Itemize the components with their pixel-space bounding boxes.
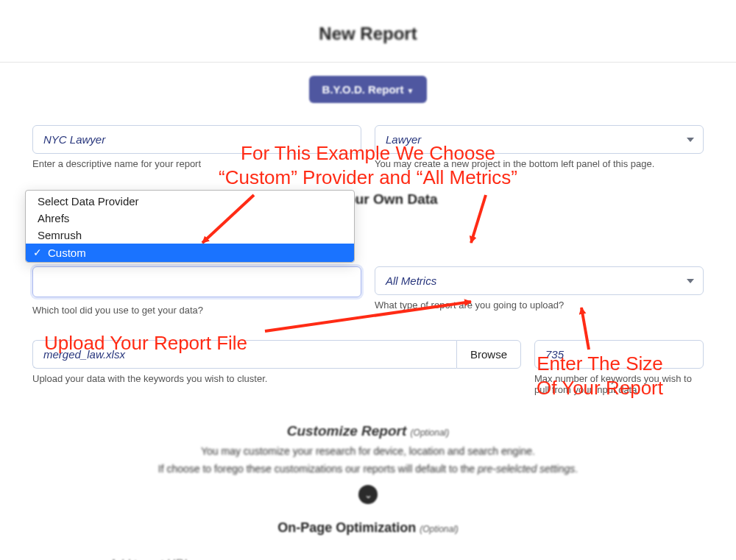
- project-helper: You may create a new project in the bott…: [375, 158, 704, 169]
- browse-button[interactable]: Browse: [456, 340, 521, 369]
- customize-heading: Customize Report (Optional): [32, 423, 704, 439]
- max-keywords-input[interactable]: 735: [534, 340, 704, 369]
- chevron-down-icon: ⌄: [364, 489, 372, 500]
- data-provider-select[interactable]: [32, 266, 361, 297]
- file-upload-helper: Upload your data with the keywords you w…: [32, 373, 521, 384]
- metrics-select[interactable]: All Metrics: [375, 266, 704, 295]
- page-title: New Report: [0, 0, 736, 62]
- data-provider-helper: Which tool did you use to get your data?: [32, 305, 203, 316]
- onpage-heading: On-Page Optimization (Optional): [32, 520, 704, 536]
- file-upload-input[interactable]: merged_law.xlsx: [32, 340, 456, 369]
- byod-report-dropdown-button[interactable]: B.Y.O.D. Report▼: [309, 76, 428, 103]
- max-keywords-helper: Max number of keywords you wish to pull …: [534, 373, 704, 395]
- add-url-button[interactable]: +: [618, 556, 627, 560]
- dropdown-option-semrush[interactable]: Semrush: [26, 227, 354, 244]
- file-upload-group: merged_law.xlsx Browse: [32, 340, 521, 369]
- customize-sub-1: You may customize your research for devi…: [32, 445, 704, 457]
- report-name-helper: Enter a descriptive name for your report: [32, 158, 361, 169]
- expand-customize-button[interactable]: ⌄: [358, 485, 378, 504]
- metrics-helper: What type of report are you going to upl…: [375, 300, 704, 311]
- dropdown-option-custom[interactable]: Custom: [26, 244, 354, 262]
- data-provider-dropdown-menu: Select Data Provider Ahrefs Semrush Cust…: [25, 190, 355, 263]
- dropdown-option-ahrefs[interactable]: Ahrefs: [26, 210, 354, 227]
- dropdown-option-header[interactable]: Select Data Provider: [26, 191, 354, 210]
- caret-down-icon: ▼: [406, 87, 414, 95]
- target-url-input[interactable]: [106, 550, 630, 560]
- report-name-input[interactable]: NYC Lawyer: [32, 125, 361, 154]
- project-select[interactable]: Lawyer: [375, 125, 704, 154]
- customize-sub-2: If choose to forego these customizations…: [32, 463, 704, 475]
- byod-report-label: B.Y.O.D. Report: [322, 83, 404, 96]
